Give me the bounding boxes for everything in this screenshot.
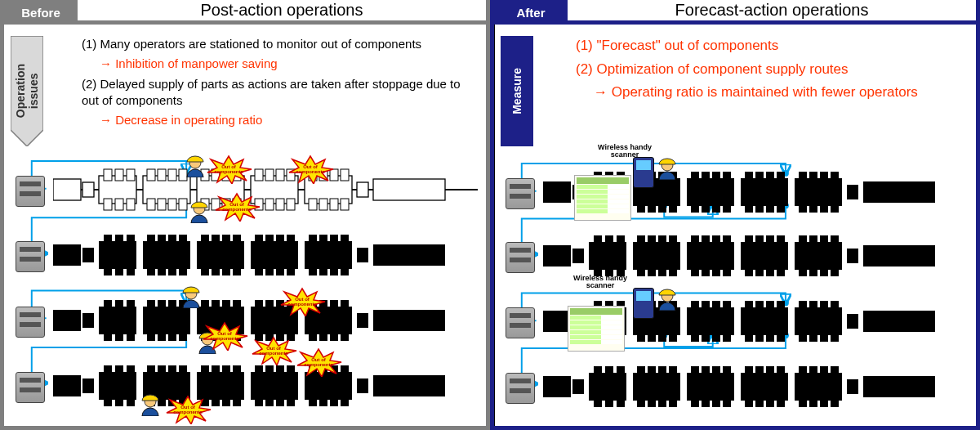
svg-rect-12 — [147, 169, 155, 181]
svg-rect-35 — [265, 199, 274, 210]
comparison-diagram: Before Post-action operations Operation … — [0, 0, 980, 430]
before-panel: Before Post-action operations Operation … — [0, 0, 490, 430]
svg-rect-48 — [373, 179, 445, 200]
svg-rect-42 — [341, 169, 349, 181]
scanner-label: Wireless handy scanner — [568, 275, 633, 289]
svg-rect-37 — [287, 199, 295, 210]
production-line-4 — [543, 361, 968, 412]
svg-rect-19 — [179, 199, 187, 210]
before-header: Before Post-action operations — [4, 0, 486, 25]
after-bullet-2-result: → Operating ratio is maintained with few… — [576, 83, 976, 103]
operator-icon — [184, 155, 207, 177]
measure-tag: Measure — [501, 36, 533, 146]
out-of-components-burst: Out of components — [286, 155, 335, 184]
parts-rack-icon — [506, 373, 535, 404]
forecast-panel-icon — [574, 175, 631, 221]
before-lines-area: Out of components Out of components Out … — [12, 158, 478, 419]
parts-rack-icon — [16, 241, 45, 272]
svg-rect-31 — [265, 169, 274, 181]
parts-rack-icon — [506, 307, 535, 338]
svg-rect-2 — [53, 179, 81, 200]
before-bullet-1-result: → Inhibition of manpower saving — [82, 56, 466, 72]
out-of-components-burst: Out of components — [200, 321, 249, 351]
parts-rack-icon — [506, 242, 535, 273]
svg-rect-9 — [115, 199, 123, 210]
out-of-components-burst: Out of components — [212, 192, 261, 222]
after-panel: After Forecast-action operations Measure… — [490, 0, 980, 430]
svg-rect-17 — [158, 199, 166, 210]
operator-icon — [656, 157, 679, 180]
out-of-components-burst: Out of components — [249, 336, 298, 365]
svg-rect-14 — [168, 169, 176, 181]
svg-rect-7 — [127, 169, 135, 181]
svg-rect-18 — [168, 199, 176, 210]
after-text-block: (1) "Forecast" out of components (2) Opt… — [576, 36, 976, 103]
svg-rect-3 — [82, 182, 94, 197]
svg-rect-43 — [309, 199, 317, 210]
after-header: After Forecast-action operations — [494, 0, 976, 25]
out-of-components-burst: Out of components — [294, 347, 343, 377]
handy-scanner-icon — [633, 157, 654, 188]
before-text-block: (1) Many operators are stationed to moni… — [82, 36, 466, 128]
before-badge: Before — [4, 0, 78, 25]
after-bullet-2: (2) Optimization of component supply rou… — [576, 60, 976, 80]
forecast-panel-icon — [568, 306, 625, 352]
parts-rack-icon — [16, 176, 45, 207]
after-title: Forecast-action operations — [568, 0, 976, 25]
svg-rect-6 — [115, 169, 123, 181]
operator-icon — [188, 200, 211, 223]
out-of-components-burst: Out of components — [163, 395, 212, 424]
handy-scanner-icon — [633, 288, 654, 319]
svg-rect-45 — [330, 199, 338, 210]
svg-rect-36 — [276, 199, 284, 210]
svg-rect-10 — [127, 199, 135, 210]
svg-rect-13 — [158, 169, 166, 181]
production-line-2 — [53, 230, 478, 280]
out-of-components-burst: Out of components — [204, 155, 253, 184]
before-bullet-2: (2) Delayed supply of parts as actions a… — [82, 76, 466, 110]
svg-rect-47 — [357, 182, 368, 197]
svg-rect-44 — [319, 199, 327, 210]
operation-issues-tag: Operation issues — [11, 36, 43, 146]
production-line-1 — [53, 164, 478, 215]
operation-issues-label: Operation issues — [14, 64, 40, 118]
before-bullet-2-result: → Decrease in operating ratio — [82, 112, 466, 128]
before-title: Post-action operations — [78, 0, 486, 25]
svg-rect-5 — [104, 169, 112, 181]
svg-rect-46 — [341, 199, 349, 210]
parts-rack-icon — [16, 307, 45, 338]
after-lines-area: Wireless handy scanner Wireless handy sc… — [502, 162, 968, 419]
operator-icon — [656, 288, 679, 311]
out-of-components-burst: Out of components — [278, 287, 327, 316]
parts-rack-icon — [16, 372, 45, 403]
parts-rack-icon — [506, 178, 535, 209]
operator-icon — [139, 393, 162, 416]
svg-rect-30 — [255, 169, 263, 181]
svg-rect-8 — [104, 199, 112, 210]
production-line-4 — [53, 361, 478, 411]
after-bullet-1: (1) "Forecast" out of components — [576, 36, 976, 56]
before-bullet-1: (1) Many operators are stationed to moni… — [82, 36, 466, 52]
operator-icon — [180, 285, 203, 308]
after-badge: After — [494, 0, 568, 25]
measure-label: Measure — [510, 68, 523, 114]
svg-rect-32 — [276, 169, 284, 181]
svg-rect-16 — [147, 199, 155, 210]
